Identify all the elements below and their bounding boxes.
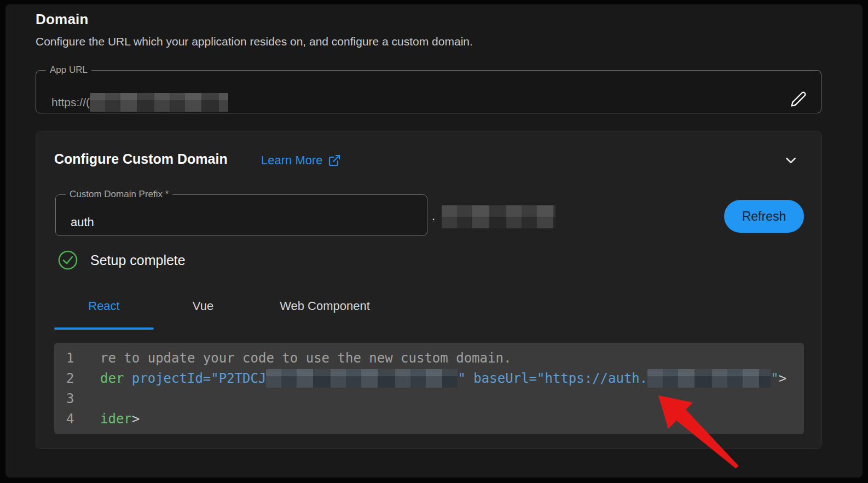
code-line: 3 bbox=[66, 388, 804, 409]
code-token: re to update your code to use the new cu… bbox=[100, 350, 511, 366]
code-token: baseUrl="https://auth. bbox=[473, 371, 647, 386]
code-token: " bbox=[771, 371, 778, 386]
app-url-value-row: https://( bbox=[51, 93, 228, 112]
code-content: re to update your code to use the new cu… bbox=[100, 350, 511, 366]
code-content: der projectId="P2TDCJ" baseUrl="https://… bbox=[100, 369, 786, 388]
line-number: 1 bbox=[66, 350, 100, 366]
line-number: 2 bbox=[66, 371, 100, 386]
code-token: > bbox=[779, 371, 786, 386]
external-link-icon bbox=[328, 154, 341, 167]
tab-web-component[interactable]: Web Component bbox=[252, 299, 397, 313]
app-url-field: App URL https://( bbox=[36, 65, 821, 113]
code-line: 2der projectId="P2TDCJ" baseUrl="https:/… bbox=[66, 368, 804, 388]
code-line: 1re to update your code to use the new c… bbox=[66, 348, 804, 368]
edit-app-url-button[interactable] bbox=[790, 90, 809, 108]
code-lines: 1re to update your code to use the new c… bbox=[66, 348, 804, 429]
line-number: 3 bbox=[66, 391, 100, 406]
screen: Domain Configure the URL which your appl… bbox=[0, 0, 868, 483]
code-token: der bbox=[100, 371, 132, 386]
custom-domain-prefix-label: Custom Domain Prefix * bbox=[66, 189, 172, 200]
page-title: Domain bbox=[36, 11, 89, 28]
custom-domain-prefix-field[interactable]: Custom Domain Prefix * auth bbox=[55, 189, 427, 236]
setup-status: Setup complete bbox=[57, 250, 186, 271]
redacted-app-url bbox=[90, 93, 228, 112]
app-url-label: App URL bbox=[46, 65, 91, 76]
redacted-code bbox=[266, 369, 458, 388]
tab-react[interactable]: React bbox=[54, 299, 154, 313]
code-token: > bbox=[132, 411, 140, 427]
code-block: 1re to update your code to use the new c… bbox=[54, 343, 804, 434]
domain-separator: . bbox=[432, 209, 435, 223]
status-text: Setup complete bbox=[90, 252, 186, 268]
line-number: 4 bbox=[66, 411, 100, 427]
custom-domain-prefix-value: auth bbox=[71, 215, 94, 229]
tab-vue[interactable]: Vue bbox=[154, 299, 252, 313]
code-token: projectId="P2TDCJ bbox=[132, 371, 267, 386]
chevron-down-icon bbox=[783, 153, 800, 168]
learn-more-link[interactable]: Learn More bbox=[261, 153, 341, 168]
redacted-domain-suffix bbox=[442, 205, 555, 228]
redacted-code bbox=[647, 369, 771, 388]
refresh-button[interactable]: Refresh bbox=[724, 200, 804, 233]
code-token: ider bbox=[100, 411, 132, 427]
code-line: 4ider> bbox=[66, 409, 804, 429]
panel-title: Configure Custom Domain bbox=[54, 151, 228, 167]
app-url-value: https://( bbox=[51, 96, 90, 109]
collapse-panel-button[interactable] bbox=[783, 152, 800, 169]
active-tab-underline bbox=[54, 327, 154, 330]
page-subtitle: Configure the URL which your application… bbox=[36, 35, 473, 48]
check-circle-icon bbox=[57, 250, 78, 271]
learn-more-label: Learn More bbox=[261, 153, 323, 168]
code-content: ider> bbox=[100, 411, 140, 427]
code-token: " bbox=[458, 371, 473, 386]
pencil-icon bbox=[790, 91, 809, 107]
custom-domain-panel: Configure Custom Domain Learn More Custo… bbox=[36, 131, 822, 449]
